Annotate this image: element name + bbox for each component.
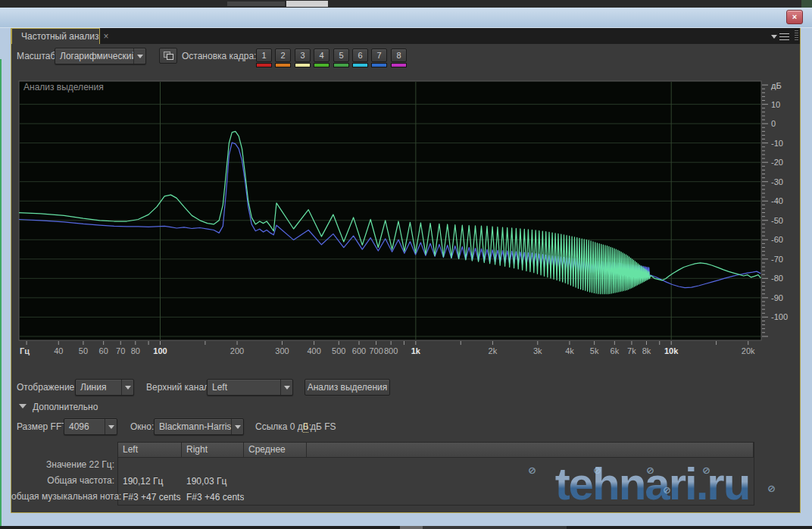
chevron-down-icon	[231, 419, 243, 434]
freeze-frame-color-swatch-5	[333, 63, 349, 67]
freeze-frame-buttons: 12345678	[256, 49, 411, 68]
freeze-frame-button-6[interactable]: 6	[352, 49, 368, 62]
reference-value-group: 0 дБ FS	[303, 418, 336, 435]
stats-cell	[244, 490, 307, 506]
background-segment	[400, 526, 423, 529]
window-close-button[interactable]: ×	[786, 10, 803, 24]
db-axis: дБ100-10-20-30-40-50-60-70-80-90-100	[762, 81, 788, 336]
stats-row-2: F#3 +47 centsF#3 +46 cents	[118, 490, 754, 506]
background-strip-left	[0, 59, 2, 526]
tab-title: Частотный анализ	[21, 31, 98, 42]
tab-close-icon[interactable]: ×	[103, 32, 108, 41]
tab-frequency-analysis[interactable]: Частотный анализ ×	[11, 28, 100, 44]
stats-cell	[244, 458, 307, 474]
freq-tick-label-60: 60	[99, 346, 108, 355]
stats-cell	[307, 490, 754, 506]
watermark-copyright-icon: ⊘	[767, 457, 776, 521]
freeze-frame-button-5[interactable]: 5	[333, 49, 349, 62]
freeze-frame-button-1[interactable]: 1	[256, 49, 272, 62]
plot-background[interactable]	[19, 81, 761, 340]
freq-tick-label-20k: 20k	[742, 346, 755, 355]
freeze-frame-color-swatch-6	[352, 63, 368, 67]
background-segment	[801, 0, 812, 8]
stats-header-cell-Среднее: Среднее	[244, 443, 307, 458]
display-select-value: Линия	[76, 382, 121, 393]
freeze-frame-button-2[interactable]: 2	[275, 49, 291, 62]
stats-cell	[182, 458, 244, 474]
freeze-frame-color-swatch-7	[371, 63, 387, 67]
top-channel-select[interactable]: Left	[207, 379, 293, 396]
db-tick-label--10: -10	[771, 139, 783, 148]
stats-table-body: 190,12 Гц190,03 ГцF#3 +47 centsF#3 +46 c…	[118, 458, 754, 506]
top-channel-select-value: Left	[208, 382, 280, 393]
db-tick-label--80: -80	[771, 274, 783, 283]
db-tick-label-0: 0	[771, 119, 776, 128]
scale-select[interactable]: Логарифмический	[55, 48, 146, 64]
freq-tick-label-700: 700	[369, 346, 383, 355]
chevron-down-icon	[121, 380, 133, 395]
stats-header-cell-Left: Left	[118, 443, 182, 458]
background-segment	[286, 1, 328, 7]
background-segment	[423, 526, 567, 529]
freeze-frame-button-8[interactable]: 8	[391, 49, 407, 62]
db-tick-label--100: -100	[771, 312, 788, 321]
advanced-label[interactable]: Дополнительно	[33, 399, 98, 415]
db-tick-label--60: -60	[771, 235, 783, 244]
stats-row-label-2: общая музыкальная нота:	[11, 489, 114, 505]
freq-tick-label-1k: 1k	[411, 346, 421, 355]
reference-value[interactable]: 0	[303, 421, 308, 433]
freq-tick-label-200: 200	[230, 346, 244, 355]
db-tick-label-10: 10	[771, 100, 780, 109]
window-label: Окно:	[130, 418, 154, 435]
stats-cell: F#3 +46 cents	[182, 490, 244, 506]
freq-tick-label-4k: 4k	[565, 346, 574, 355]
chevron-down-icon	[280, 380, 292, 395]
display-select[interactable]: Линия	[75, 379, 134, 396]
copy-frames-button[interactable]	[159, 48, 177, 64]
freeze-frame-button-7[interactable]: 7	[371, 49, 387, 62]
db-tick-label--40: -40	[771, 196, 783, 205]
stats-cell: F#3 +47 cents	[118, 490, 182, 506]
freq-tick-label-40: 40	[54, 346, 63, 355]
freeze-frame-color-swatch-2	[275, 63, 291, 67]
freeze-frame-button-3[interactable]: 3	[295, 49, 311, 62]
stats-table: LeftRightСреднее 190,12 Гц190,03 ГцF#3 +…	[117, 442, 754, 506]
freq-axis-title: Гц	[20, 346, 30, 355]
panel-menu-icon[interactable]	[771, 32, 791, 41]
panel-grip-icon[interactable]	[795, 30, 798, 42]
window-select[interactable]: Blackmann-Harris	[154, 418, 244, 435]
selection-analysis-overlay-label: Анализ выделения	[23, 82, 104, 92]
background-strip-top	[0, 0, 812, 8]
selection-analysis-button[interactable]: Анализ выделения	[304, 379, 390, 396]
freeze-frame-color-swatch-3	[295, 63, 311, 67]
freeze-frame-button-4[interactable]: 4	[314, 49, 329, 62]
freq-tick-label-7k: 7k	[627, 346, 636, 355]
freq-tick-label-80: 80	[131, 346, 140, 355]
spectrum-plot[interactable]: Гц40506070801002003004005006007008001k2k…	[18, 78, 800, 362]
chevron-down-icon	[133, 49, 145, 64]
freq-tick-label-100: 100	[153, 346, 167, 355]
advanced-disclosure-icon[interactable]	[19, 404, 27, 408]
stats-cell: 190,12 Гц	[118, 474, 182, 490]
db-tick-label--20: -20	[771, 158, 783, 167]
fft-size-select[interactable]: 4096	[64, 418, 117, 435]
chevron-down-icon	[105, 419, 117, 434]
freq-tick-label-800: 800	[384, 346, 398, 355]
scale-label: Масштаб:	[17, 48, 58, 64]
stats-row-labels: Значение 22 Гц:Общая частота:общая музык…	[11, 457, 114, 505]
freq-tick-label-50: 50	[79, 346, 88, 355]
db-axis-title: дБ	[771, 81, 782, 90]
freeze-frame-color-swatch-1	[256, 63, 272, 67]
freq-tick-label-70: 70	[116, 346, 125, 355]
db-tick-label--30: -30	[771, 177, 783, 186]
stats-header-cell-empty	[307, 443, 754, 458]
window-title-bar[interactable]: ×	[0, 8, 812, 28]
freq-axis: Гц40506070801002003004005006007008001k2k…	[20, 341, 755, 355]
stats-cell	[244, 474, 307, 490]
freq-tick-label-2k: 2k	[489, 346, 498, 355]
stats-cell	[307, 474, 754, 490]
reference-suffix: дБ FS	[311, 421, 336, 432]
screen: × Частотный анализ × Масштаб: Логарифмич…	[0, 0, 812, 529]
db-tick-label--90: -90	[771, 293, 783, 302]
tab-bar: Частотный анализ ×	[11, 28, 800, 44]
